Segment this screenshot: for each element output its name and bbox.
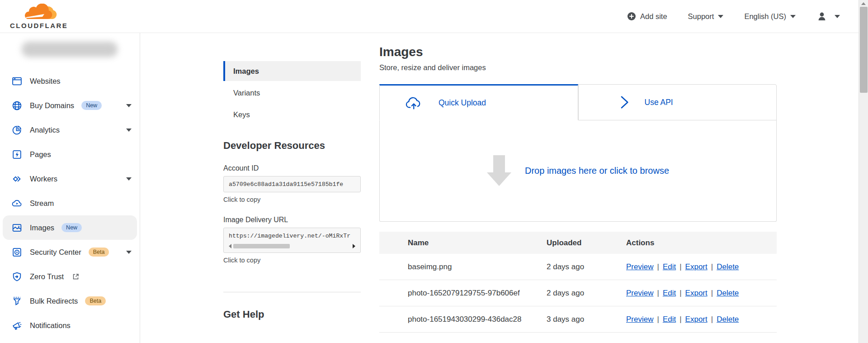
action-separator: | [708,289,717,297]
account-id-value[interactable]: a5709e6c88ad1a31da9115e57185b1fe [223,176,361,192]
funnel-icon [11,295,23,307]
column-header-name: Name [379,238,547,248]
sidebar-item-analytics[interactable]: Analytics [0,118,140,142]
language-menu[interactable]: English (US) [744,12,796,21]
hscroll-thumb[interactable] [233,244,290,248]
tab-use-api[interactable]: Use API [578,84,777,120]
scroll-right-arrow-icon[interactable] [353,244,355,248]
images-table: Name Uploaded Actions baseimg.png 2 days… [379,232,777,333]
action-separator: | [676,289,685,297]
chevron-right-icon [618,95,630,110]
scrollbar-thumb[interactable] [860,7,868,93]
page-scrollbar[interactable] [859,0,868,343]
beta-badge: Beta [89,248,109,257]
column-header-uploaded: Uploaded [547,238,626,248]
security-dial-icon [11,247,23,258]
dropzone-text[interactable]: Drop images here or click to browse [525,166,669,176]
export-link[interactable]: Export [685,262,708,271]
uploaded-date: 3 days ago [547,315,626,324]
logo-wordmark: CLOUDFLARE [10,22,68,29]
sidebar-item-label: Websites [30,77,61,86]
get-help-title: Get Help [223,309,361,320]
sidebar-item-pages[interactable]: Pages [0,142,140,167]
support-menu[interactable]: Support [688,12,724,21]
account-name-redacted[interactable] [22,42,118,57]
table-row: photo-1651943030299-436dac28 3 days ago … [379,306,777,333]
sidebar-item-security-center[interactable]: Security Center Beta [0,240,140,264]
tab-quick-upload[interactable]: Quick Upload [379,84,578,120]
action-separator: | [653,262,662,271]
delivery-url-value[interactable]: https://imagedelivery.net/-oMiRxTr [223,228,361,253]
hscroll-track[interactable] [233,244,351,248]
shield-arrow-icon [11,271,23,282]
delete-link[interactable]: Delete [717,289,739,297]
edit-link[interactable]: Edit [663,315,676,324]
scrollbar-up-arrow-icon[interactable] [859,0,868,7]
chevron-down-icon [126,129,132,132]
action-separator: | [676,315,685,324]
cloudflare-cloud-icon [17,4,61,22]
workers-diamond-icon [11,173,23,185]
account-menu[interactable] [816,11,840,22]
megaphone-icon [11,320,23,331]
delete-link[interactable]: Delete [717,315,739,324]
images-subnav: Images Variants Keys Developer Resources… [140,33,379,343]
chevron-down-icon [126,251,132,254]
export-link[interactable]: Export [685,315,708,324]
browser-window-icon [11,76,23,87]
language-label: English (US) [744,12,786,21]
sidebar-item-label: Stream [30,199,54,208]
chevron-down-icon [835,15,840,18]
preview-link[interactable]: Preview [626,289,653,297]
developer-resources-title: Developer Resources [223,140,361,152]
sidebar-item-websites[interactable]: Websites [0,69,140,93]
add-site-button[interactable]: Add site [627,12,667,21]
external-link-icon [72,273,80,281]
sidebar-item-label: Security Center [30,248,81,257]
delete-link[interactable]: Delete [717,262,739,271]
delivery-url-hscrollbar[interactable] [229,243,355,248]
subnav-item-keys[interactable]: Keys [223,105,361,124]
sidebar-item-buy-domains[interactable]: Buy Domains New [0,93,140,118]
image-name: photo-1651943030299-436dac28 [408,315,521,324]
preview-link[interactable]: Preview [626,315,653,324]
subnav-item-images[interactable]: Images [223,61,361,81]
sidebar-item-zero-trust[interactable]: Zero Trust [0,264,140,289]
edit-link[interactable]: Edit [663,289,676,297]
chevron-down-icon [790,15,796,18]
delivery-url-click-to-copy: Click to copy [223,257,361,264]
page-title: Images [379,45,777,59]
subnav-divider [223,292,361,292]
preview-link[interactable]: Preview [626,262,653,271]
image-dropzone[interactable]: Drop images here or click to browse [379,120,777,222]
sidebar-item-images[interactable]: Images New [3,215,137,240]
uploaded-date: 2 days ago [547,262,626,272]
add-site-label: Add site [640,12,667,21]
account-id-click-to-copy: Click to copy [223,196,361,203]
sidebar-item-bulk-redirects[interactable]: Bulk Redirects Beta [0,289,140,313]
export-link[interactable]: Export [685,289,708,297]
scroll-left-arrow-icon[interactable] [229,244,231,248]
delivery-url-text: https://imagedelivery.net/-oMiRxTr [229,233,350,239]
column-header-actions: Actions [626,238,777,248]
cloudflare-logo[interactable]: CLOUDFLARE [10,4,68,29]
subnav-item-variants[interactable]: Variants [223,83,361,103]
upload-tabs: Quick Upload Use API [379,84,777,120]
sidebar-item-workers[interactable]: Workers [0,167,140,191]
sidebar-item-label: Images [30,224,54,232]
image-name: photo-1652079129755-97b606ef [408,289,520,298]
cloud-upload-icon [405,95,424,110]
sidebar-item-label: Analytics [30,126,60,134]
table-row: baseimg.png 2 days ago Preview|Edit|Expo… [379,254,777,280]
sidebar-item-notifications[interactable]: Notifications [0,313,140,338]
beta-badge: Beta [85,296,106,305]
action-separator: | [676,262,685,271]
stream-cloud-play-icon [11,198,23,209]
sidebar-item-label: Pages [30,150,51,159]
sidebar-item-label: Notifications [30,321,71,330]
action-separator: | [708,315,717,324]
subnav-item-label: Images [233,67,259,76]
edit-link[interactable]: Edit [663,262,676,271]
sidebar-item-stream[interactable]: Stream [0,191,140,215]
image-name: baseimg.png [408,262,452,272]
